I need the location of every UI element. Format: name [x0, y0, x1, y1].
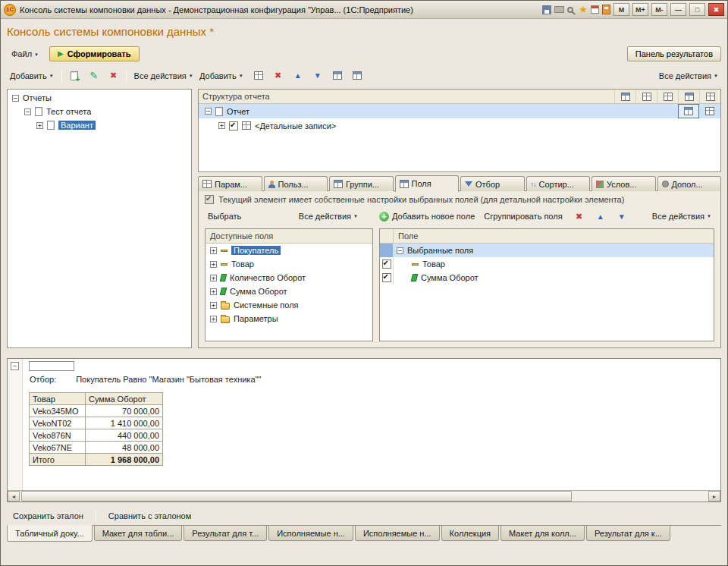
spreadsheet-document[interactable]: − Отбор: Покупатель Равно "Магазин "Быто… [8, 359, 720, 490]
close-button[interactable]: ✖ [708, 3, 724, 16]
tab-collection-layout[interactable]: Макет для колл... [500, 526, 585, 541]
field-move-up-button[interactable]: ▲ [593, 209, 608, 224]
reports-all-actions-button[interactable]: Все действия▼ [131, 70, 196, 82]
tab-fields[interactable]: Поля [395, 175, 460, 192]
tab-parameters[interactable]: Парам... [198, 176, 262, 191]
tab-table-result[interactable]: Результат для т... [184, 526, 267, 541]
structure-row-detail-records[interactable]: + <Детальные записи> [199, 118, 720, 133]
appearance-column-icon[interactable] [678, 90, 699, 103]
field-checkbox[interactable] [382, 273, 391, 282]
expand-expander-icon[interactable]: + [210, 247, 217, 254]
tab-executable-1[interactable]: Исполняемые н... [268, 526, 353, 541]
search-icon[interactable] [567, 7, 573, 13]
selected-field-row[interactable]: Товар [380, 257, 714, 271]
collapse-expander-icon[interactable]: − [12, 95, 19, 102]
selected-field-row[interactable]: Сумма Оборот [380, 271, 714, 285]
ungroup-button[interactable] [350, 68, 365, 83]
save-etalon-button[interactable]: Сохранить эталон [7, 509, 89, 523]
available-field-row[interactable]: + Покупатель [206, 244, 372, 257]
save-icon[interactable] [542, 5, 551, 14]
tab-tabular-document[interactable]: Табличный доку... [7, 525, 93, 542]
structure-delete-button[interactable]: ✖ [271, 68, 286, 83]
m-minus-button[interactable]: M- [651, 3, 667, 16]
reorder-button[interactable] [251, 68, 266, 83]
tree-item-variant[interactable]: + Вариант [8, 118, 191, 132]
select-field-button[interactable]: Выбрать [205, 210, 244, 222]
field-move-down-button[interactable]: ▼ [614, 209, 629, 224]
add-new-field-button[interactable]: +Добавить новое поле [379, 212, 475, 222]
selected-fields-root-row[interactable]: − Выбранные поля [380, 244, 714, 257]
m-plus-button[interactable]: M+ [632, 3, 648, 16]
remove-field-button[interactable]: ✖ [572, 209, 587, 224]
available-field-row[interactable]: + Сумма Оборот [206, 285, 372, 298]
available-field-row[interactable]: + Параметры [206, 312, 372, 325]
group-fields-button[interactable]: Сгруппировать поля [481, 210, 565, 222]
calculator-icon[interactable] [602, 5, 610, 14]
scrollbar-track[interactable] [20, 491, 708, 502]
tree-item-test-report[interactable]: − Тест отчета [8, 105, 191, 118]
tab-table-layout[interactable]: Макет для табли... [94, 526, 183, 541]
result-table[interactable]: Товар Сумма Оборот Veko345MO 70 000,00 V… [29, 392, 163, 466]
expand-expander-icon[interactable]: + [210, 275, 217, 281]
expand-expander-icon[interactable]: + [210, 261, 217, 268]
collapse-expander-icon[interactable]: − [24, 108, 31, 115]
collapse-group-button[interactable]: − [11, 362, 19, 370]
field-checkbox[interactable] [382, 259, 391, 269]
filter-column-icon[interactable] [635, 90, 657, 103]
available-field-row[interactable]: + Количество Оборот [206, 271, 372, 285]
available-all-actions-button[interactable]: Все действия▼ [296, 210, 361, 222]
tab-filter[interactable]: Отбор [460, 176, 525, 191]
scrollbar-thumb[interactable] [21, 491, 572, 502]
results-panel-button[interactable]: Панель результатов [627, 46, 721, 61]
print-icon[interactable] [554, 6, 564, 13]
collapse-expander-icon[interactable]: − [205, 108, 212, 115]
tab-user-settings[interactable]: Польз... [264, 176, 328, 191]
tab-executable-2[interactable]: Исполняемые н... [355, 526, 440, 541]
compare-etalon-button[interactable]: Сравнить с эталоном [102, 509, 197, 523]
minimize-button[interactable]: — [670, 3, 686, 16]
delete-button[interactable]: ✖ [106, 68, 121, 83]
group-button[interactable] [330, 68, 345, 83]
reports-add-button[interactable]: Добавить▼ [7, 70, 57, 82]
generate-button[interactable]: ▶Сформировать [49, 46, 140, 61]
tab-sort[interactable]: ↑↓Сортир... [526, 176, 591, 191]
add-report-button[interactable] [67, 68, 82, 83]
row-filter-cell[interactable] [699, 104, 720, 118]
collapse-expander-icon[interactable]: − [397, 247, 403, 254]
available-field-row[interactable]: + Системные поля [206, 298, 372, 312]
tab-grouping[interactable]: Группи... [329, 176, 394, 191]
calendar-icon[interactable] [591, 5, 599, 14]
m-button[interactable]: M [613, 3, 629, 16]
edit-button[interactable]: ✎ [86, 68, 102, 83]
tab-conditional-appearance[interactable]: Услов... [592, 176, 656, 191]
scroll-right-button[interactable]: ► [708, 491, 720, 502]
row-fields-cell[interactable] [678, 104, 699, 118]
detail-records-checkbox[interactable] [229, 121, 238, 130]
expand-expander-icon[interactable]: + [210, 316, 217, 322]
sort-column-icon[interactable] [657, 90, 678, 103]
settings-column-icon[interactable] [699, 90, 720, 103]
own-settings-checkbox[interactable] [205, 195, 214, 204]
expand-expander-icon[interactable]: + [210, 288, 217, 295]
current-cell-box[interactable] [29, 361, 74, 371]
maximize-button[interactable]: □ [689, 3, 705, 16]
favorites-star-icon[interactable]: ★ [579, 5, 588, 14]
move-down-button[interactable]: ▼ [310, 68, 325, 83]
tab-collection-result[interactable]: Результат для к... [586, 526, 670, 541]
tab-additional[interactable]: Допол... [657, 176, 722, 191]
horizontal-scrollbar[interactable]: ◄ ► [8, 490, 720, 502]
file-menu[interactable]: Файл▼ [7, 47, 43, 61]
tab-collection[interactable]: Коллекция [441, 526, 499, 541]
move-up-button[interactable]: ▲ [290, 68, 306, 83]
structure-row-report[interactable]: − Отчет [199, 104, 720, 118]
structure-add-button[interactable]: Добавить▼ [196, 70, 246, 82]
fields-column-icon[interactable] [614, 90, 635, 103]
tree-item-reports[interactable]: − Отчеты [8, 91, 191, 105]
expand-expander-icon[interactable]: + [36, 122, 43, 129]
expand-expander-icon[interactable]: + [210, 302, 217, 309]
structure-all-actions-button[interactable]: Все действия▼ [656, 70, 721, 82]
available-field-row[interactable]: + Товар [206, 257, 372, 271]
selected-all-actions-button[interactable]: Все действия▼ [649, 210, 714, 222]
scroll-left-button[interactable]: ◄ [8, 491, 20, 502]
expand-expander-icon[interactable]: + [218, 122, 225, 129]
